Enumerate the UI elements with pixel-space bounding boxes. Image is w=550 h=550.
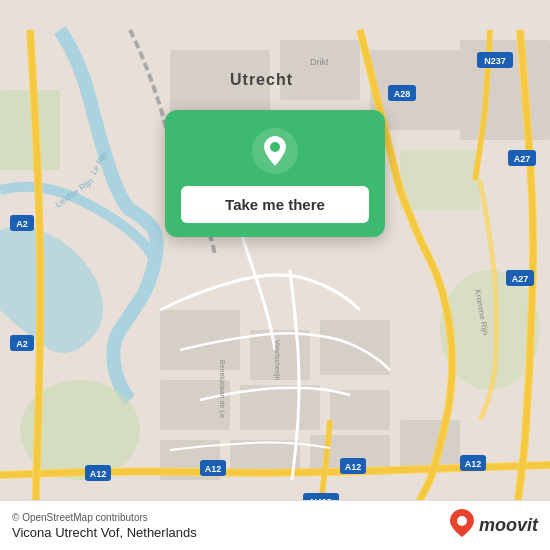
moovit-brand-text: moovit: [479, 515, 538, 536]
location-name: Vicona Utrecht Vof, Netherlands: [12, 525, 197, 540]
svg-rect-6: [330, 390, 390, 430]
svg-text:Vaartscherijn: Vaartscherijn: [273, 340, 281, 380]
svg-text:A12: A12: [465, 459, 482, 469]
svg-text:A12: A12: [205, 464, 222, 474]
svg-point-51: [270, 142, 280, 152]
bottom-left-info: © OpenStreetMap contributors Vicona Utre…: [12, 512, 197, 540]
svg-text:A27: A27: [514, 154, 531, 164]
osm-credit: © OpenStreetMap contributors: [12, 512, 197, 523]
location-pin-icon: [252, 128, 298, 174]
bottom-bar: © OpenStreetMap contributors Vicona Utre…: [0, 500, 550, 550]
map-background: A2 A2 A12 A12 A12 A12 A28 A27 A27 N237 N…: [0, 0, 550, 550]
svg-point-52: [457, 516, 467, 526]
svg-rect-3: [320, 320, 390, 375]
svg-rect-5: [240, 385, 320, 430]
map-container: A2 A2 A12 A12 A12 A12 A28 A27 A27 N237 N…: [0, 0, 550, 550]
svg-text:A12: A12: [345, 462, 362, 472]
svg-text:N237: N237: [484, 56, 506, 66]
svg-text:Utrecht: Utrecht: [230, 71, 293, 88]
svg-text:Beneluxlaan de Le: Beneluxlaan de Le: [219, 360, 226, 418]
svg-text:A2: A2: [16, 339, 28, 349]
popup-card[interactable]: Take me there: [165, 110, 385, 237]
svg-rect-19: [0, 90, 60, 170]
svg-text:A28: A28: [394, 89, 411, 99]
svg-rect-10: [400, 420, 460, 470]
svg-text:A12: A12: [90, 469, 107, 479]
svg-text:Drikt: Drikt: [310, 57, 329, 67]
svg-text:A27: A27: [512, 274, 529, 284]
svg-rect-12: [280, 40, 360, 100]
moovit-logo: moovit: [450, 509, 538, 542]
moovit-pin-icon: [450, 509, 474, 542]
svg-text:A2: A2: [16, 219, 28, 229]
take-me-there-button[interactable]: Take me there: [181, 186, 369, 223]
svg-rect-20: [400, 150, 480, 210]
